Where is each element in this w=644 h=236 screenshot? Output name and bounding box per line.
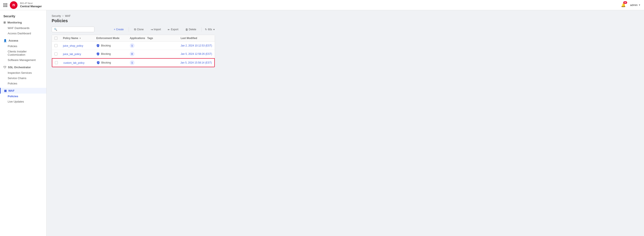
toolbar: 🔍 + Create ⧉ Clone ⇥ Import ⇤ Export 🗑 D… — [52, 27, 215, 32]
cell-enforcement-3: Blocking — [96, 61, 128, 64]
col-header-last-modified: Last Modified — [180, 37, 212, 40]
refresh-chevron-icon: ▼ — [213, 28, 215, 31]
cell-last-modified-3: Jan 5, 2024 15:58:14 (EST) — [180, 61, 212, 64]
toolbar-left: 🔍 — [52, 27, 94, 32]
create-button[interactable]: + Create — [112, 27, 125, 32]
page-title: Policies — [52, 18, 215, 23]
sidebar-group-ssl-label: SSL Orchestrator — [8, 66, 31, 69]
cell-applications-1: 1 — [130, 43, 146, 48]
people-icon: 👤 — [4, 39, 7, 42]
breadcrumb-security[interactable]: Security — [52, 14, 61, 17]
trash-icon: 🗑 — [185, 28, 188, 31]
policy-link-1[interactable]: juice_shop_policy — [63, 44, 83, 47]
sidebar-item-inspection-services[interactable]: Inspection Services — [0, 70, 46, 75]
cell-policy-name-1: juice_shop_policy — [63, 44, 94, 47]
col-header-tags: Tags — [147, 37, 179, 40]
sidebar-group-waf[interactable]: ▦ WAF — [0, 88, 46, 94]
sort-icon: ▼ — [79, 37, 81, 39]
toolbar-divider-1 — [129, 27, 129, 31]
blocking-shield-icon-1 — [96, 44, 100, 47]
blocking-shield-icon-3 — [96, 61, 100, 64]
cell-policy-name-3: custom_lab_policy — [64, 61, 95, 64]
search-box[interactable]: 🔍 — [52, 27, 94, 32]
shield-outline-icon: 🛡 — [4, 66, 6, 69]
sidebar-item-access-dashboard[interactable]: Access Dashboard — [0, 31, 46, 36]
policy-link-3[interactable]: custom_lab_policy — [64, 61, 84, 64]
cell-enforcement-1: Blocking — [96, 44, 128, 47]
policy-link-2[interactable]: juice_lab_policy — [63, 53, 81, 56]
cell-policy-name-2: juice_lab_policy — [63, 52, 94, 56]
table-header: Policy Name ▼ Enforcement Mode Applicati… — [52, 35, 215, 41]
row-checkbox-2[interactable] — [54, 52, 58, 55]
toolbar-right: + Create ⧉ Clone ⇥ Import ⇤ Export 🗑 Del… — [112, 27, 215, 32]
export-icon: ⇤ — [168, 28, 170, 31]
export-button[interactable]: ⇤ Export — [166, 27, 180, 32]
table-row[interactable]: juice_lab_policy Blocking 0 Jan 5, 2024 … — [52, 50, 215, 58]
toolbar-divider-2 — [201, 27, 202, 31]
import-icon: ⇥ — [150, 28, 153, 31]
topbar: f5 BIG-IP Next Central Manager 🔔 39 admi… — [0, 0, 644, 10]
topbar-right: 🔔 39 admin ▼ — [620, 2, 640, 8]
app-name: BIG-IP Next Central Manager — [20, 2, 42, 8]
cell-last-modified-1: Jan 2, 2024 10:12:53 (EST) — [180, 44, 212, 47]
cell-enforcement-2: Blocking — [96, 52, 128, 56]
cell-applications-3: 1 — [130, 60, 146, 65]
chevron-down-icon: ▼ — [638, 4, 640, 6]
sidebar-section-title: Security — [0, 13, 46, 19]
table-row[interactable]: juice_shop_policy Blocking 1 Jan 2, 2024… — [52, 41, 215, 50]
sidebar-item-waf-dashboards[interactable]: WAF Dashboards — [0, 25, 46, 31]
notification-button[interactable]: 🔔 39 — [620, 2, 627, 8]
sidebar-group-monitoring: ⊞ Monitoring — [0, 20, 46, 25]
user-menu-button[interactable]: admin ▼ — [630, 3, 640, 6]
col-header-applications: Applications — [130, 37, 146, 40]
clone-icon: ⧉ — [134, 28, 136, 31]
monitor-icon: ⊞ — [4, 21, 6, 24]
sidebar-group-access: 👤 Access — [0, 38, 46, 43]
apps-grid-icon[interactable] — [4, 3, 7, 7]
clone-button[interactable]: ⧉ Clone — [132, 27, 145, 32]
breadcrumb-waf: WAF — [65, 14, 70, 17]
refresh-button[interactable]: ↻ 60s ▼ — [205, 28, 215, 31]
blocking-shield-icon-2 — [96, 52, 100, 56]
sidebar-group-monitoring-label: Monitoring — [8, 21, 22, 24]
cell-applications-2: 0 — [130, 52, 146, 56]
import-button[interactable]: ⇥ Import — [149, 27, 163, 32]
sidebar-item-service-chains[interactable]: Service Chains — [0, 75, 46, 81]
waf-icon: ▦ — [4, 89, 6, 92]
main-content: Security > WAF Policies 🔍 + Create ⧉ Clo… — [46, 10, 220, 236]
header-checkbox[interactable] — [54, 37, 58, 40]
sidebar: Security ⊞ Monitoring WAF Dashboards Acc… — [0, 10, 46, 236]
sidebar-group-access-label: Access — [8, 39, 18, 42]
sidebar-group-ssl-orchestrator: 🛡 SSL Orchestrator — [0, 64, 46, 70]
policies-table: Policy Name ▼ Enforcement Mode Applicati… — [52, 35, 215, 67]
refresh-icon: ↻ — [205, 28, 207, 31]
topbar-left: f5 BIG-IP Next Central Manager — [4, 1, 42, 9]
delete-button[interactable]: 🗑 Delete — [184, 27, 198, 32]
sidebar-item-software-management[interactable]: Software Management — [0, 57, 46, 63]
row-checkbox-1[interactable] — [54, 44, 58, 47]
f5-logo: f5 — [10, 1, 18, 9]
search-input[interactable] — [58, 28, 92, 31]
col-header-policy-name: Policy Name ▼ — [63, 37, 94, 40]
sidebar-item-ssl-policies[interactable]: Policies — [0, 81, 46, 86]
sidebar-item-clients-installer[interactable]: Clients Installer Customization — [0, 49, 46, 57]
breadcrumb-separator: > — [62, 14, 64, 17]
search-icon: 🔍 — [54, 28, 57, 31]
sidebar-item-access-policies[interactable]: Policies — [0, 43, 46, 49]
sidebar-item-live-updates[interactable]: Live Updates — [0, 99, 46, 104]
user-label: admin — [630, 3, 638, 6]
sidebar-group-waf-label: WAF — [8, 89, 14, 92]
table-row[interactable]: custom_lab_policy Blocking 1 Jan 5, 2024… — [52, 58, 215, 67]
breadcrumb: Security > WAF — [52, 14, 215, 17]
sidebar-item-waf-policies[interactable]: Policies — [0, 94, 46, 99]
col-header-enforcement-mode: Enforcement Mode — [96, 37, 128, 40]
refresh-time-label: 60s — [208, 28, 212, 31]
notification-badge: 39 — [623, 1, 627, 4]
cell-last-modified-2: Jan 5, 2024 12:58:26 (EST) — [180, 52, 212, 55]
row-checkbox-3[interactable] — [55, 61, 58, 64]
